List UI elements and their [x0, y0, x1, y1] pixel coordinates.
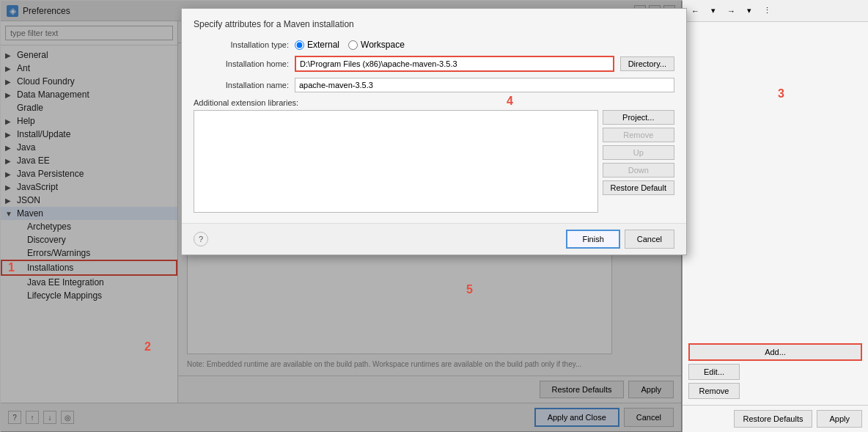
restore-default-button[interactable]: Restore Default [603, 180, 674, 195]
rp-remove-button[interactable]: Remove [688, 383, 740, 399]
rp-apply-button[interactable]: Apply [817, 410, 862, 428]
right-bottom-bar: Restore Defaults Apply [683, 405, 868, 432]
installation-type-label: Installation type: [194, 40, 289, 49]
annotation-4: 4 [507, 95, 513, 108]
installation-home-row: Installation home: Directory... [194, 56, 674, 72]
rp-back-button[interactable]: ← [687, 4, 704, 18]
dialog-footer: ? Finish Cancel [182, 223, 686, 255]
radio-workspace[interactable]: Workspace [348, 40, 405, 50]
ext-libraries-label: Additional extension libraries: [194, 98, 674, 107]
installation-home-input[interactable] [295, 56, 614, 72]
right-panel-toolbar: ← ▾ → ▾ ⋮ [683, 0, 868, 22]
installation-name-input[interactable] [295, 78, 674, 92]
ext-libraries-section: Additional extension libraries: Project.… [194, 98, 674, 213]
rp-forward-button[interactable]: → [723, 4, 740, 18]
annotation-2: 2 [144, 340, 151, 354]
rp-more-button[interactable]: ⋮ [759, 4, 776, 18]
dialog-footer-buttons: Finish Cancel [566, 230, 674, 249]
rp-dropdown-button[interactable]: ▾ [707, 4, 720, 18]
dialog-help-button[interactable]: ? [194, 232, 208, 246]
installation-name-label: Installation name: [194, 81, 289, 89]
remove-lib-button[interactable]: Remove [603, 128, 674, 142]
installation-name-row: Installation name: [194, 78, 674, 92]
maven-installation-dialog: Specify attributes for a Maven installat… [181, 8, 687, 255]
radio-external[interactable]: External [295, 40, 339, 50]
ext-library-buttons: Project... Remove Up Down Restore Defaul… [603, 110, 674, 213]
rp-edit-button[interactable]: Edit... [688, 364, 740, 380]
project-button[interactable]: Project... [603, 110, 674, 125]
down-button[interactable]: Down [603, 163, 674, 177]
rp-add-button[interactable]: Add... [688, 343, 862, 361]
ext-flex: Project... Remove Up Down Restore Defaul… [194, 110, 674, 213]
annotation-3: 3 [778, 87, 784, 100]
installation-home-label: Installation home: [194, 59, 289, 68]
directory-button[interactable]: Directory... [620, 56, 674, 71]
installation-type-group: External Workspace [295, 40, 405, 50]
right-panel-action-buttons: Add... Edit... Remove [683, 337, 868, 405]
dialog-body: Specify attributes for a Maven installat… [182, 9, 686, 223]
dialog-subtitle: Specify attributes for a Maven installat… [194, 19, 674, 29]
right-panel-content [683, 22, 868, 337]
rp-forward-dropdown[interactable]: ▾ [743, 4, 756, 18]
rp-restore-defaults-button[interactable]: Restore Defaults [734, 410, 813, 428]
annotation-5: 5 [466, 283, 473, 296]
dialog-overlay: Specify attributes for a Maven installat… [1, 1, 683, 432]
up-button[interactable]: Up [603, 145, 674, 160]
ext-libraries-list[interactable] [194, 110, 598, 213]
preferences-window: ◈ Preferences _ □ ✕ ▶ General ▶ Ant [0, 0, 682, 432]
dialog-cancel-button[interactable]: Cancel [625, 230, 674, 249]
finish-button[interactable]: Finish [566, 230, 619, 249]
annotation-1: 1 [8, 261, 15, 274]
installation-type-row: Installation type: External Workspace [194, 40, 674, 50]
right-panel: ← ▾ → ▾ ⋮ Add... Edit... Remove Restore … [682, 0, 868, 432]
